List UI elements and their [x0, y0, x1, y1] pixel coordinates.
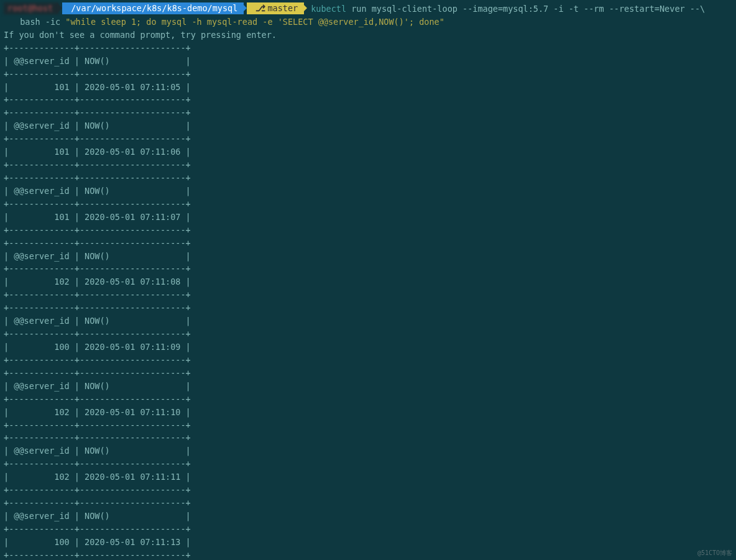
git-branch-label: master — [267, 3, 298, 13]
output-hint: If you don't see a command prompt, try p… — [4, 29, 732, 42]
chevron-right-icon — [57, 2, 62, 14]
command-prefix: bash -ic — [15, 17, 65, 27]
command-string: "while sleep 1; do mysql -h mysql-read -… — [65, 17, 444, 27]
command-args: run mysql-client-loop --image=mysql:5.7 … — [351, 4, 705, 14]
command-keyword: kubectl — [311, 4, 346, 14]
chevron-right-icon — [241, 2, 247, 14]
prompt-line-2: bash -ic "while sleep 1; do mysql -h mys… — [4, 16, 732, 29]
command-text: kubectl run mysql-client-loop --image=my… — [307, 4, 705, 14]
terminal-window[interactable]: root@host/var/workspace/k8s/k8s-demo/mys… — [0, 0, 736, 560]
prompt-git-segment: ⎇master — [247, 2, 304, 14]
prompt-host-segment: root@host — [4, 2, 59, 14]
git-branch-icon: ⎇ — [255, 3, 265, 13]
query-output: +-------------+---------------------+ | … — [4, 42, 732, 560]
prompt-line-1: root@host/var/workspace/k8s/k8s-demo/mys… — [4, 2, 732, 16]
chevron-right-icon — [301, 2, 307, 14]
prompt-path-segment: /var/workspace/k8s/k8s-demo/mysql — [62, 2, 244, 14]
watermark: @51CTO博客 — [697, 548, 732, 558]
